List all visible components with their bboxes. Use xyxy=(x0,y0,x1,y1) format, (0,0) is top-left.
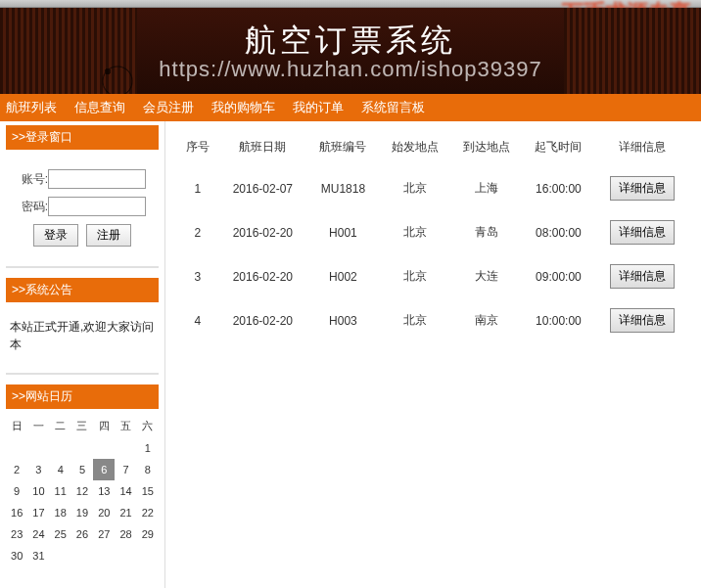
divider xyxy=(6,266,159,268)
calendar-day[interactable]: 17 xyxy=(27,502,49,523)
table-cell-seq: 4 xyxy=(177,298,218,342)
table-cell-time: 09:00:00 xyxy=(523,254,594,298)
table-cell-date: 2016-02-20 xyxy=(218,254,307,298)
table-cell-to: 大连 xyxy=(450,254,522,298)
password-label: 密码: xyxy=(19,199,48,215)
calendar-day[interactable]: 18 xyxy=(50,502,71,523)
nav-orders[interactable]: 我的订单 xyxy=(293,99,344,116)
calendar-day[interactable]: 2 xyxy=(6,459,27,480)
calendar-day xyxy=(6,437,27,459)
table-cell-time: 10:00:00 xyxy=(523,298,594,342)
calendar-day[interactable]: 6 xyxy=(93,459,115,480)
detail-button[interactable]: 详细信息 xyxy=(610,264,675,289)
detail-button[interactable]: 详细信息 xyxy=(610,308,675,333)
calendar-day[interactable]: 5 xyxy=(71,459,93,480)
calendar-day[interactable]: 22 xyxy=(137,502,159,523)
calendar-weekday: 四 xyxy=(93,415,115,437)
notice-panel-title: >>系统公告 xyxy=(6,278,159,302)
username-input[interactable] xyxy=(48,169,146,189)
calendar-day[interactable]: 9 xyxy=(6,480,27,502)
calendar-day[interactable]: 10 xyxy=(27,480,49,502)
nav-register[interactable]: 会员注册 xyxy=(143,99,194,116)
nav-info-search[interactable]: 信息查询 xyxy=(74,99,125,116)
table-cell-to: 青岛 xyxy=(450,210,522,254)
calendar-day[interactable]: 31 xyxy=(27,545,49,566)
main-nav: 航班列表 信息查询 会员注册 我的购物车 我的订单 系统留言板 xyxy=(0,94,701,121)
table-header: 起飞时间 xyxy=(523,129,594,166)
password-input[interactable] xyxy=(48,197,146,216)
table-cell-code: H002 xyxy=(307,254,379,298)
table-cell-date: 2016-02-20 xyxy=(218,298,307,342)
table-header: 序号 xyxy=(177,129,218,166)
calendar-day xyxy=(27,437,49,459)
calendar-day[interactable]: 15 xyxy=(137,480,159,502)
calendar-day[interactable]: 16 xyxy=(6,502,27,523)
calendar-day[interactable]: 1 xyxy=(137,437,159,459)
login-box: 账号: 密码: 登录 注册 xyxy=(6,156,159,256)
calendar-day[interactable]: 26 xyxy=(71,523,93,545)
calendar-day[interactable]: 8 xyxy=(137,459,159,480)
detail-button[interactable]: 详细信息 xyxy=(610,176,675,201)
table-row: 42016-02-20H003北京南京10:00:00详细信息 xyxy=(177,298,689,342)
calendar-day[interactable]: 23 xyxy=(6,523,27,545)
calendar-day[interactable]: 7 xyxy=(115,459,136,480)
site-title: 航空订票系统 xyxy=(0,8,701,63)
table-header: 始发地点 xyxy=(379,129,450,166)
table-header: 详细信息 xyxy=(594,129,689,166)
calendar-day xyxy=(115,545,136,566)
table-cell-from: 北京 xyxy=(379,210,450,254)
table-row: 12016-02-07MU1818北京上海16:00:00详细信息 xyxy=(177,166,689,211)
username-label: 账号: xyxy=(19,171,48,188)
calendar-weekday: 六 xyxy=(137,415,159,437)
calendar-day[interactable]: 19 xyxy=(71,502,93,523)
calendar-weekday: 日 xyxy=(6,415,27,437)
nav-cart[interactable]: 我的购物车 xyxy=(211,99,275,116)
calendar-day[interactable]: 13 xyxy=(93,480,115,502)
divider xyxy=(6,373,159,375)
register-button[interactable]: 注册 xyxy=(86,224,131,247)
window-topbar: 万币求源专享 xyxy=(0,0,701,8)
calendar-day[interactable]: 27 xyxy=(93,523,115,545)
calendar-day xyxy=(50,545,71,566)
notice-text: 本站正式开通,欢迎大家访问本 xyxy=(6,308,159,363)
calendar-day[interactable]: 20 xyxy=(93,502,115,523)
calendar-day[interactable]: 29 xyxy=(137,523,159,545)
table-cell-date: 2016-02-20 xyxy=(218,210,307,254)
table-cell-code: MU1818 xyxy=(307,166,379,211)
calendar-day xyxy=(71,437,93,459)
table-row: 22016-02-20H001北京青岛08:00:00详细信息 xyxy=(177,210,689,254)
calendar-day[interactable]: 12 xyxy=(71,480,93,502)
table-cell-seq: 3 xyxy=(177,254,218,298)
calendar-day[interactable]: 14 xyxy=(115,480,136,502)
table-cell-date: 2016-02-07 xyxy=(218,166,307,211)
calendar-day[interactable]: 28 xyxy=(115,523,136,545)
calendar-day[interactable]: 24 xyxy=(27,523,49,545)
calendar-day[interactable]: 3 xyxy=(27,459,49,480)
main-content: 序号航班日期航班编号始发地点到达地点起飞时间详细信息 12016-02-07MU… xyxy=(164,121,701,588)
table-cell-code: H001 xyxy=(307,210,379,254)
calendar-day[interactable]: 30 xyxy=(6,545,27,566)
calendar-day xyxy=(137,545,159,566)
watermark-url: https://www.huzhan.com/ishop39397 xyxy=(0,57,701,82)
calendar-day[interactable]: 21 xyxy=(115,502,136,523)
table-cell-from: 北京 xyxy=(379,298,450,342)
calendar-weekday: 二 xyxy=(50,415,71,437)
table-cell-from: 北京 xyxy=(379,254,450,298)
login-button[interactable]: 登录 xyxy=(33,224,78,247)
table-cell-time: 08:00:00 xyxy=(523,210,594,254)
table-cell-from: 北京 xyxy=(379,166,450,211)
table-cell-to: 南京 xyxy=(450,298,522,342)
table-cell-code: H003 xyxy=(307,298,379,342)
table-header: 航班日期 xyxy=(218,129,307,166)
nav-guestbook[interactable]: 系统留言板 xyxy=(361,99,425,116)
calendar-day[interactable]: 4 xyxy=(50,459,71,480)
detail-button[interactable]: 详细信息 xyxy=(610,220,675,245)
table-cell-time: 16:00:00 xyxy=(523,166,594,211)
calendar-weekday: 三 xyxy=(71,415,93,437)
calendar-day xyxy=(93,545,115,566)
sidebar: >>登录窗口 账号: 密码: 登录 注册 >>系统公告 本站正式开通,欢迎大家访… xyxy=(0,121,164,588)
table-cell-seq: 1 xyxy=(177,166,218,211)
calendar-day[interactable]: 11 xyxy=(50,480,71,502)
nav-flight-list[interactable]: 航班列表 xyxy=(6,99,57,116)
calendar-day[interactable]: 25 xyxy=(50,523,71,545)
